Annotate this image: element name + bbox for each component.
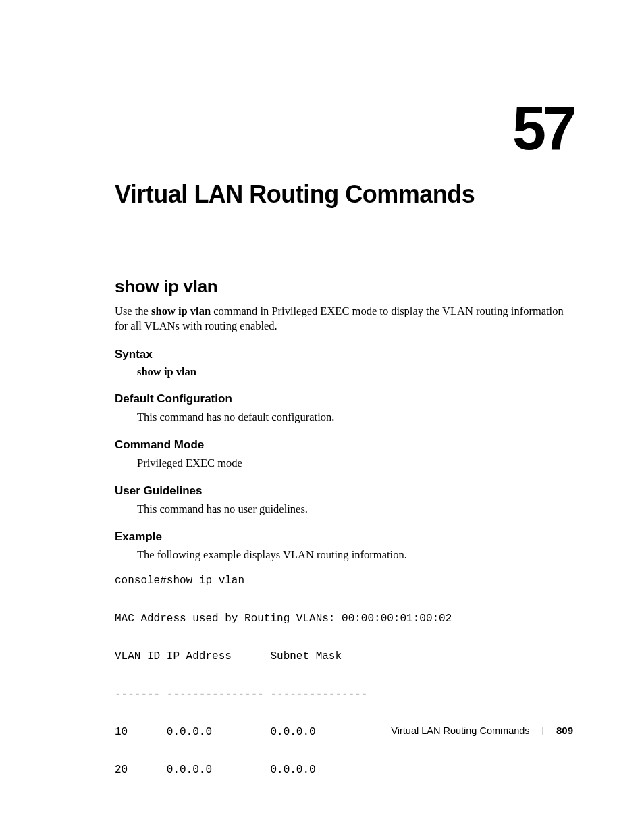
footer-page-number: 809 xyxy=(556,725,573,736)
footer-title: Virtual LAN Routing Commands xyxy=(391,725,529,736)
default-config-text: This command has no default configuratio… xyxy=(137,410,573,425)
chapter-number: 57 xyxy=(512,98,573,159)
command-mode-heading: Command Mode xyxy=(115,438,573,452)
default-config-heading: Default Configuration xyxy=(115,392,573,406)
intro-prefix: Use the xyxy=(115,305,151,317)
example-heading: Example xyxy=(115,530,573,544)
footer-separator: | xyxy=(542,725,544,735)
example-text: The following example displays VLAN rout… xyxy=(137,548,573,563)
syntax-command: show ip vlan xyxy=(137,365,573,379)
page-footer: Virtual LAN Routing Commands | 809 xyxy=(391,725,573,736)
intro-command: show ip vlan xyxy=(151,305,211,317)
section-title: show ip vlan xyxy=(115,276,573,297)
syntax-heading: Syntax xyxy=(115,348,573,361)
command-mode-text: Privileged EXEC mode xyxy=(137,456,573,471)
user-guidelines-heading: User Guidelines xyxy=(115,484,573,498)
user-guidelines-text: This command has no user guidelines. xyxy=(137,502,573,517)
chapter-title: Virtual LAN Routing Commands xyxy=(115,180,573,209)
section-intro: Use the show ip vlan command in Privileg… xyxy=(115,304,573,334)
example-code: console#show ip vlan MAC Address used by… xyxy=(115,571,573,779)
